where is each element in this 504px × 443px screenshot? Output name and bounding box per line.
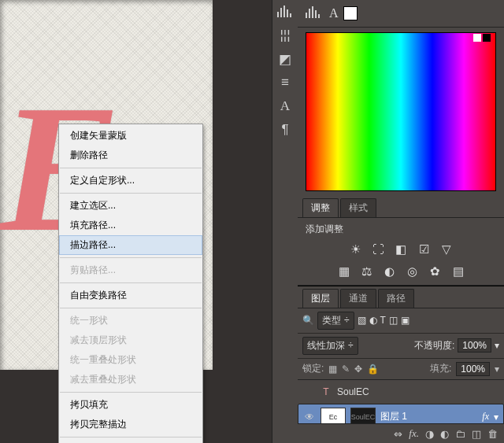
fx-icon[interactable]: fx. <box>409 427 419 440</box>
menu-item[interactable]: 填充路径... <box>59 216 202 235</box>
layer-row[interactable]: TSoulEC <box>298 380 504 404</box>
filter-type-select[interactable]: 类型 ÷ <box>317 312 354 330</box>
layer-name: 图层 1 <box>380 410 407 423</box>
add-adjustment-label: 添加调整 <box>306 223 496 236</box>
levels-icon[interactable]: ⛶ <box>369 241 387 258</box>
paragraph-icon[interactable]: ≡ <box>272 71 298 94</box>
lock-pixels-icon[interactable]: ▦ <box>328 364 337 375</box>
tab-图层[interactable]: 图层 <box>302 289 339 308</box>
delete-icon[interactable]: 🗑 <box>487 428 498 440</box>
menu-item[interactable]: 拷贝填充 <box>59 395 202 415</box>
link-icon[interactable]: ⇔ <box>394 428 402 440</box>
opacity-value[interactable]: 100% <box>458 338 491 353</box>
new-layer-icon[interactable]: ◫ <box>472 428 481 440</box>
channel-mixer-icon[interactable]: ✿ <box>427 263 444 280</box>
adjustment-layer-icon[interactable]: ◐ <box>440 428 449 440</box>
brightness-icon[interactable]: ☀ <box>346 241 364 258</box>
filter-search-icon[interactable]: 🔍 <box>302 315 314 326</box>
menu-item[interactable]: 删除路径 <box>59 146 202 165</box>
filter-pixel-icon[interactable]: ▧ <box>358 315 366 326</box>
blend-mode-select[interactable]: 线性加深 ÷ <box>302 337 358 355</box>
adjustment-icons-row2: ▦ ⚖ ◐ ◎ ✿ ▤ <box>306 263 496 280</box>
lookup-icon[interactable]: ▤ <box>450 263 467 280</box>
tab-样式[interactable]: 样式 <box>340 198 376 217</box>
menu-item: 剪贴路径... <box>59 260 202 280</box>
histogram-mini-icon[interactable] <box>304 6 323 22</box>
layer-filter-thumb: SoulEC <box>350 408 376 424</box>
lock-all-icon[interactable]: 🔒 <box>367 364 379 375</box>
lock-brush-icon[interactable]: ✎ <box>342 364 350 375</box>
character-icon[interactable]: A <box>272 94 298 118</box>
tab-调整[interactable]: 调整 <box>302 198 339 217</box>
tab-路径[interactable]: 路径 <box>378 289 414 308</box>
vibrance-icon[interactable]: ▽ <box>438 241 455 258</box>
menu-item[interactable]: 自由变换路径 <box>59 286 202 305</box>
bw-icon[interactable]: ◐ <box>381 263 398 280</box>
color-letter: A <box>329 6 339 20</box>
black-swatch <box>483 34 491 42</box>
white-swatch <box>473 34 481 42</box>
color-swatch[interactable] <box>343 6 358 20</box>
exposure-icon[interactable]: ☑ <box>415 241 432 258</box>
pilcrow-icon[interactable]: ¶ <box>272 118 298 142</box>
curves-icon[interactable]: ◧ <box>392 241 410 258</box>
mask-icon[interactable]: ◑ <box>425 428 434 440</box>
fill-label: 填充: <box>430 362 451 375</box>
layer-name: SoulEC <box>337 386 369 397</box>
collapsed-tool-column: ¦¦¦ ◩ ≡ A ¶ <box>272 0 298 443</box>
filter-shape-icon[interactable]: ◫ <box>389 315 398 326</box>
adjustments-tabs: 调整样式 <box>298 196 504 218</box>
menu-item[interactable]: 创建矢量蒙版 <box>59 126 202 146</box>
fx-toggle-icon[interactable]: ▾ <box>494 412 498 423</box>
fill-value[interactable]: 100% <box>456 362 490 376</box>
path-context-menu: 创建矢量蒙版删除路径定义自定形状...建立选区...填充路径...描边路径...… <box>58 124 203 443</box>
lock-position-icon[interactable]: ✥ <box>354 364 362 375</box>
filter-type-icon[interactable]: T <box>380 315 386 326</box>
opacity-label: 不透明度: <box>414 339 454 353</box>
layer-thumb: Ec <box>321 408 346 424</box>
menu-item[interactable]: 拷贝完整描边 <box>59 415 202 434</box>
menu-item: 减去重叠处形状 <box>59 370 202 389</box>
histogram-icon[interactable] <box>272 0 298 24</box>
menu-item: 统一重叠处形状 <box>59 350 202 370</box>
visibility-eye-icon[interactable]: 👁 <box>303 412 316 423</box>
hue-strip[interactable] <box>306 32 496 191</box>
menu-item: 统一形状 <box>59 311 202 330</box>
hue-icon[interactable]: ▦ <box>335 263 353 280</box>
filter-adjust-icon[interactable]: ◐ <box>369 315 377 326</box>
menu-item[interactable]: 描边路径... <box>59 235 202 255</box>
menu-item[interactable]: 粘贴填充 <box>59 440 202 443</box>
adjustment-icons-row1: ☀ ⛶ ◧ ☑ ▽ <box>306 241 496 258</box>
tab-通道[interactable]: 通道 <box>340 289 376 308</box>
balance-icon[interactable]: ⚖ <box>358 263 376 280</box>
photo-filter-icon[interactable]: ◎ <box>404 263 421 280</box>
opacity-arrow-icon[interactable]: ▾ <box>495 340 499 351</box>
fx-indicator-icon[interactable]: fx <box>482 411 489 423</box>
menu-item[interactable]: 定义自定形状... <box>59 171 202 190</box>
layers-tabs: 图层通道路径 <box>298 286 504 308</box>
swatches-icon[interactable]: ◩ <box>272 47 298 71</box>
menu-item[interactable]: 建立选区... <box>59 196 202 216</box>
filter-smart-icon[interactable]: ▣ <box>401 315 410 326</box>
type-layer-icon: T <box>320 386 332 397</box>
layers-list: TSoulEC👁EcSoulEC图层 1 fx▾👁智能滤镜👁USM 锐化≒👁滤镜… <box>298 380 504 424</box>
right-panels: A 调整样式 添加调整 ☀ ⛶ ◧ ☑ ▽ ▦ ⚖ ◐ ◎ ✿ ▤ 图层通道路径… <box>298 0 504 443</box>
group-icon[interactable]: 🗀 <box>455 428 465 440</box>
lock-label: 锁定: <box>302 362 324 375</box>
menu-item: 减去顶层形状 <box>59 330 202 350</box>
fill-arrow-icon[interactable]: ▾ <box>495 364 499 375</box>
foreground-color-group[interactable]: A <box>329 6 358 20</box>
layer-row[interactable]: 👁EcSoulEC图层 1 fx▾ <box>298 404 504 424</box>
brushes-icon[interactable]: ¦¦¦ <box>272 24 298 47</box>
layers-footer: ⇔ fx. ◑ ◐ 🗀 ◫ 🗑 <box>298 423 504 443</box>
